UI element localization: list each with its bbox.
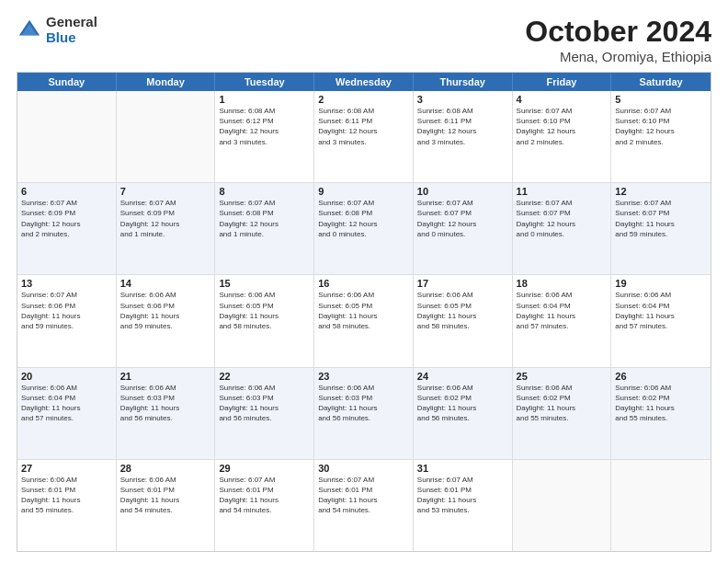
calendar-week-5: 27Sunrise: 6:06 AM Sunset: 6:01 PM Dayli… xyxy=(17,460,711,551)
day-number: 29 xyxy=(219,463,310,474)
sun-info: Sunrise: 6:07 AM Sunset: 6:09 PM Dayligh… xyxy=(120,198,211,239)
header-day-thursday: Thursday xyxy=(414,73,513,91)
calendar-cell-2-2: 7Sunrise: 6:07 AM Sunset: 6:09 PM Daylig… xyxy=(117,183,216,274)
sun-info: Sunrise: 6:08 AM Sunset: 6:11 PM Dayligh… xyxy=(417,106,508,147)
header-day-friday: Friday xyxy=(513,73,612,91)
calendar-cell-5-2: 28Sunrise: 6:06 AM Sunset: 6:01 PM Dayli… xyxy=(117,460,216,551)
title-area: October 2024 Mena, Oromiya, Ethiopia xyxy=(525,15,711,64)
calendar-body: 1Sunrise: 6:08 AM Sunset: 6:12 PM Daylig… xyxy=(17,91,711,551)
sun-info: Sunrise: 6:07 AM Sunset: 6:10 PM Dayligh… xyxy=(517,106,608,147)
sun-info: Sunrise: 6:06 AM Sunset: 6:03 PM Dayligh… xyxy=(318,383,409,424)
day-number: 28 xyxy=(120,463,211,474)
day-number: 7 xyxy=(120,186,211,197)
calendar-cell-2-3: 8Sunrise: 6:07 AM Sunset: 6:08 PM Daylig… xyxy=(215,183,314,274)
day-number: 13 xyxy=(21,278,112,289)
sun-info: Sunrise: 6:06 AM Sunset: 6:05 PM Dayligh… xyxy=(417,290,508,331)
sun-info: Sunrise: 6:07 AM Sunset: 6:07 PM Dayligh… xyxy=(517,198,608,239)
calendar-cell-3-3: 15Sunrise: 6:06 AM Sunset: 6:05 PM Dayli… xyxy=(215,275,314,366)
calendar-cell-4-7: 26Sunrise: 6:06 AM Sunset: 6:02 PM Dayli… xyxy=(611,368,711,459)
calendar-cell-5-7 xyxy=(611,460,711,551)
calendar-cell-1-4: 2Sunrise: 6:08 AM Sunset: 6:11 PM Daylig… xyxy=(314,91,414,182)
calendar-cell-2-5: 10Sunrise: 6:07 AM Sunset: 6:07 PM Dayli… xyxy=(414,183,513,274)
sun-info: Sunrise: 6:06 AM Sunset: 6:01 PM Dayligh… xyxy=(21,475,112,516)
calendar-cell-1-3: 1Sunrise: 6:08 AM Sunset: 6:12 PM Daylig… xyxy=(215,91,314,182)
calendar-week-3: 13Sunrise: 6:07 AM Sunset: 6:06 PM Dayli… xyxy=(17,275,711,367)
page: General Blue October 2024 Mena, Oromiya,… xyxy=(0,0,728,563)
calendar-cell-1-1 xyxy=(17,91,117,182)
logo-general: General xyxy=(46,15,97,30)
day-number: 11 xyxy=(517,186,608,197)
day-number: 27 xyxy=(21,463,112,474)
day-number: 20 xyxy=(21,371,112,382)
header-day-saturday: Saturday xyxy=(611,73,711,91)
calendar: SundayMondayTuesdayWednesdayThursdayFrid… xyxy=(17,72,711,552)
sun-info: Sunrise: 6:06 AM Sunset: 6:05 PM Dayligh… xyxy=(219,290,310,331)
day-number: 16 xyxy=(318,278,409,289)
calendar-cell-4-6: 25Sunrise: 6:06 AM Sunset: 6:02 PM Dayli… xyxy=(513,368,612,459)
header-day-sunday: Sunday xyxy=(17,73,117,91)
day-number: 21 xyxy=(120,371,211,382)
calendar-cell-1-7: 5Sunrise: 6:07 AM Sunset: 6:10 PM Daylig… xyxy=(611,91,711,182)
logo-icon xyxy=(17,17,42,43)
sun-info: Sunrise: 6:06 AM Sunset: 6:04 PM Dayligh… xyxy=(615,290,707,331)
sun-info: Sunrise: 6:07 AM Sunset: 6:06 PM Dayligh… xyxy=(21,290,112,331)
calendar-cell-4-3: 22Sunrise: 6:06 AM Sunset: 6:03 PM Dayli… xyxy=(215,368,314,459)
calendar-week-2: 6Sunrise: 6:07 AM Sunset: 6:09 PM Daylig… xyxy=(17,183,711,275)
sun-info: Sunrise: 6:06 AM Sunset: 6:01 PM Dayligh… xyxy=(120,475,211,516)
sun-info: Sunrise: 6:06 AM Sunset: 6:02 PM Dayligh… xyxy=(615,383,707,424)
calendar-week-1: 1Sunrise: 6:08 AM Sunset: 6:12 PM Daylig… xyxy=(17,91,711,183)
calendar-cell-5-4: 30Sunrise: 6:07 AM Sunset: 6:01 PM Dayli… xyxy=(314,460,414,551)
sun-info: Sunrise: 6:08 AM Sunset: 6:11 PM Dayligh… xyxy=(318,106,409,147)
sun-info: Sunrise: 6:06 AM Sunset: 6:04 PM Dayligh… xyxy=(21,383,112,424)
calendar-cell-1-2 xyxy=(117,91,216,182)
calendar-header: SundayMondayTuesdayWednesdayThursdayFrid… xyxy=(17,73,711,91)
calendar-subtitle: Mena, Oromiya, Ethiopia xyxy=(525,49,711,64)
sun-info: Sunrise: 6:06 AM Sunset: 6:03 PM Dayligh… xyxy=(219,383,310,424)
day-number: 9 xyxy=(318,186,409,197)
calendar-cell-1-5: 3Sunrise: 6:08 AM Sunset: 6:11 PM Daylig… xyxy=(414,91,513,182)
day-number: 3 xyxy=(417,94,508,105)
calendar-cell-2-6: 11Sunrise: 6:07 AM Sunset: 6:07 PM Dayli… xyxy=(513,183,612,274)
day-number: 30 xyxy=(318,463,409,474)
calendar-cell-5-1: 27Sunrise: 6:06 AM Sunset: 6:01 PM Dayli… xyxy=(17,460,117,551)
day-number: 26 xyxy=(615,371,707,382)
day-number: 1 xyxy=(219,94,310,105)
sun-info: Sunrise: 6:07 AM Sunset: 6:08 PM Dayligh… xyxy=(318,198,409,239)
sun-info: Sunrise: 6:07 AM Sunset: 6:08 PM Dayligh… xyxy=(219,198,310,239)
header-day-wednesday: Wednesday xyxy=(314,73,414,91)
calendar-cell-2-1: 6Sunrise: 6:07 AM Sunset: 6:09 PM Daylig… xyxy=(17,183,117,274)
day-number: 5 xyxy=(615,94,707,105)
day-number: 2 xyxy=(318,94,409,105)
day-number: 15 xyxy=(219,278,310,289)
day-number: 10 xyxy=(417,186,508,197)
sun-info: Sunrise: 6:07 AM Sunset: 6:09 PM Dayligh… xyxy=(21,198,112,239)
day-number: 4 xyxy=(517,94,608,105)
calendar-cell-2-7: 12Sunrise: 6:07 AM Sunset: 6:07 PM Dayli… xyxy=(611,183,711,274)
logo-blue: Blue xyxy=(46,30,97,46)
calendar-cell-5-5: 31Sunrise: 6:07 AM Sunset: 6:01 PM Dayli… xyxy=(414,460,513,551)
day-number: 31 xyxy=(417,463,508,474)
sun-info: Sunrise: 6:06 AM Sunset: 6:06 PM Dayligh… xyxy=(120,290,211,331)
calendar-cell-5-3: 29Sunrise: 6:07 AM Sunset: 6:01 PM Dayli… xyxy=(215,460,314,551)
sun-info: Sunrise: 6:07 AM Sunset: 6:07 PM Dayligh… xyxy=(615,198,707,239)
calendar-cell-3-5: 17Sunrise: 6:06 AM Sunset: 6:05 PM Dayli… xyxy=(414,275,513,366)
sun-info: Sunrise: 6:06 AM Sunset: 6:04 PM Dayligh… xyxy=(517,290,608,331)
calendar-cell-4-4: 23Sunrise: 6:06 AM Sunset: 6:03 PM Dayli… xyxy=(314,368,414,459)
day-number: 22 xyxy=(219,371,310,382)
calendar-cell-3-1: 13Sunrise: 6:07 AM Sunset: 6:06 PM Dayli… xyxy=(17,275,117,366)
calendar-cell-3-7: 19Sunrise: 6:06 AM Sunset: 6:04 PM Dayli… xyxy=(611,275,711,366)
calendar-cell-2-4: 9Sunrise: 6:07 AM Sunset: 6:08 PM Daylig… xyxy=(314,183,414,274)
sun-info: Sunrise: 6:08 AM Sunset: 6:12 PM Dayligh… xyxy=(219,106,310,147)
calendar-cell-4-2: 21Sunrise: 6:06 AM Sunset: 6:03 PM Dayli… xyxy=(117,368,216,459)
sun-info: Sunrise: 6:06 AM Sunset: 6:02 PM Dayligh… xyxy=(517,383,608,424)
day-number: 25 xyxy=(517,371,608,382)
logo: General Blue xyxy=(17,15,97,45)
day-number: 17 xyxy=(417,278,508,289)
sun-info: Sunrise: 6:07 AM Sunset: 6:01 PM Dayligh… xyxy=(417,475,508,516)
calendar-cell-3-2: 14Sunrise: 6:06 AM Sunset: 6:06 PM Dayli… xyxy=(117,275,216,366)
day-number: 14 xyxy=(120,278,211,289)
calendar-cell-3-4: 16Sunrise: 6:06 AM Sunset: 6:05 PM Dayli… xyxy=(314,275,414,366)
calendar-cell-5-6 xyxy=(513,460,612,551)
calendar-cell-4-5: 24Sunrise: 6:06 AM Sunset: 6:02 PM Dayli… xyxy=(414,368,513,459)
sun-info: Sunrise: 6:07 AM Sunset: 6:01 PM Dayligh… xyxy=(219,475,310,516)
